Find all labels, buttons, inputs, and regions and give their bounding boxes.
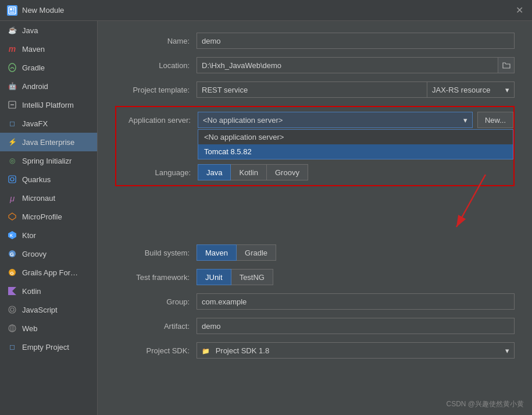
sidebar-item-label: Micronaut — [22, 194, 55, 203]
test-junit-btn[interactable]: JUnit — [197, 269, 231, 285]
sidebar-item-label: MicroProfile — [22, 212, 62, 221]
sidebar-item-micronaut[interactable]: μ Micronaut — [0, 189, 97, 207]
svg-point-19 — [10, 308, 14, 311]
sidebar-item-label: Java — [22, 26, 38, 35]
dialog-icon — [7, 5, 17, 16]
dialog-content: ☕ Java m Maven Gradle 🤖 Android — [0, 21, 532, 415]
sidebar-item-label: Empty Project — [22, 343, 69, 352]
svg-rect-2 — [13, 8, 15, 9]
name-input[interactable] — [197, 33, 515, 49]
javafx-icon: ◻ — [7, 118, 17, 129]
build-gradle-btn[interactable]: Gradle — [237, 244, 276, 261]
sidebar-item-spring[interactable]: ◎ Spring Initializr — [0, 151, 97, 170]
folder-browse-button[interactable] — [498, 57, 515, 73]
new-module-dialog: New Module ✕ ☕ Java m Maven Gradle 🤖 And — [0, 0, 532, 415]
android-icon: 🤖 — [7, 81, 17, 91]
test-framework-btn-group: JUnit TestNG — [197, 269, 273, 285]
kotlin-icon — [7, 286, 17, 296]
close-button[interactable]: ✕ — [513, 5, 525, 16]
sidebar-item-groovy[interactable]: G Groovy — [0, 244, 97, 263]
sidebar-item-javafx[interactable]: ◻ JavaFX — [0, 114, 97, 133]
build-system-btn-group: Maven Gradle — [197, 244, 276, 261]
sidebar-item-label: Gradle — [22, 63, 45, 72]
dialog-title: New Module — [22, 6, 513, 15]
test-testng-btn[interactable]: TestNG — [231, 269, 273, 285]
svg-text:G: G — [10, 251, 14, 257]
dropdown-option-none[interactable]: <No application server> — [198, 130, 513, 144]
micronaut-icon: μ — [7, 193, 17, 203]
enterprise-icon: ⚡ — [7, 137, 17, 147]
artifact-input[interactable] — [197, 318, 515, 334]
ktor-icon: K — [7, 230, 17, 240]
svg-text:K: K — [10, 233, 13, 237]
web-icon — [7, 323, 17, 334]
language-groovy-btn[interactable]: Groovy — [267, 164, 308, 180]
sidebar-item-quarkus[interactable]: Quarkus — [0, 170, 97, 189]
sidebar-item-grails[interactable]: G Grails App For… — [0, 263, 97, 282]
svg-marker-17 — [8, 287, 16, 295]
sidebar-item-label: Maven — [22, 45, 45, 54]
new-server-button[interactable]: New... — [477, 112, 513, 128]
sidebar-item-kotlin[interactable]: Kotlin — [0, 282, 97, 300]
quarkus-icon — [7, 174, 17, 185]
sidebar-item-intellij[interactable]: IntelliJ Platform — [0, 95, 97, 114]
build-system-label: Build system: — [115, 249, 197, 257]
language-label: Language: — [116, 168, 198, 177]
app-server-label: Application server: — [116, 116, 198, 125]
app-server-dropdown-trigger[interactable]: <No application server> ▾ — [198, 112, 473, 128]
javascript-icon — [7, 304, 17, 315]
group-row: Group: — [115, 293, 515, 310]
sidebar-item-ktor[interactable]: K Ktor — [0, 226, 97, 244]
sidebar-item-microprofile[interactable]: MicroProfile — [0, 207, 97, 226]
svg-rect-3 — [13, 9, 15, 10]
intellij-icon — [7, 100, 17, 110]
sdk-value: Project SDK 1.8 — [216, 346, 270, 355]
template-right-dropdown[interactable]: JAX-RS resource ▾ — [427, 81, 515, 98]
svg-marker-10 — [9, 213, 16, 220]
sidebar: ☕ Java m Maven Gradle 🤖 Android — [0, 21, 98, 415]
chevron-down-icon: ▾ — [505, 86, 509, 94]
sidebar-item-label: JavaScript — [22, 306, 58, 314]
name-row: Name: — [115, 33, 515, 49]
artifact-label: Artifact: — [115, 322, 197, 331]
language-kotlin-btn[interactable]: Kotlin — [231, 164, 267, 180]
dropdown-option-tomcat[interactable]: Tomcat 8.5.82 — [198, 144, 513, 159]
svg-point-18 — [9, 306, 16, 313]
empty-icon: ◻ — [7, 342, 17, 352]
name-label: Name: — [115, 37, 197, 45]
sidebar-item-enterprise[interactable]: ⚡ Java Enterprise — [0, 133, 97, 151]
grails-icon: G — [7, 267, 17, 278]
artifact-row: Artifact: — [115, 318, 515, 334]
project-template-wrapper: REST service JAX-RS resource ▾ — [197, 81, 515, 98]
template-left-value[interactable]: REST service — [197, 81, 427, 98]
language-java-btn[interactable]: Java — [198, 164, 231, 180]
sidebar-item-javascript[interactable]: JavaScript — [0, 300, 97, 319]
sidebar-item-web[interactable]: Web — [0, 319, 97, 338]
sidebar-item-gradle[interactable]: Gradle — [0, 58, 97, 77]
groovy-icon: G — [7, 249, 17, 259]
main-form-area: Name: Location: Project template: REST s… — [98, 21, 532, 415]
location-input[interactable] — [197, 57, 498, 73]
svg-rect-1 — [10, 8, 12, 10]
chevron-down-icon: ▾ — [505, 346, 509, 355]
sidebar-item-label: Groovy — [22, 250, 47, 258]
svg-text:G: G — [10, 271, 14, 276]
sidebar-item-android[interactable]: 🤖 Android — [0, 77, 97, 95]
app-server-row: Application server: <No application serv… — [116, 112, 513, 128]
app-server-wrapper: <No application server> ▾ New... — [198, 112, 513, 128]
app-server-dropdown-options: <No application server> Tomcat 8.5.82 — [198, 129, 513, 159]
sdk-label: Project SDK: — [115, 346, 197, 355]
sdk-dropdown[interactable]: 📁 Project SDK 1.8 ▾ — [197, 342, 515, 359]
maven-icon: m — [7, 44, 17, 54]
build-system-row: Build system: Maven Gradle — [115, 244, 515, 261]
group-input[interactable] — [197, 293, 515, 310]
sidebar-item-label: JavaFX — [22, 119, 48, 128]
title-bar: New Module ✕ — [0, 0, 532, 21]
build-maven-btn[interactable]: Maven — [197, 244, 237, 261]
sidebar-item-label: Spring Initializr — [22, 157, 72, 165]
app-server-selected-value: <No application server> — [203, 116, 283, 125]
sidebar-item-maven[interactable]: m Maven — [0, 40, 97, 58]
sidebar-item-empty[interactable]: ◻ Empty Project — [0, 338, 97, 356]
sidebar-item-java[interactable]: ☕ Java — [0, 21, 97, 40]
sidebar-item-label: Android — [22, 82, 48, 91]
